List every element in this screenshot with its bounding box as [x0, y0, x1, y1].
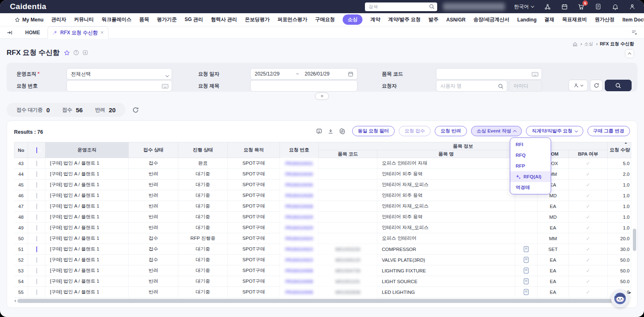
menu-item-발주[interactable]: 발주 [429, 16, 438, 23]
cell-request-no-link[interactable]: PR26010029 [280, 222, 319, 233]
reject-request-button[interactable]: 요청 반려 [435, 126, 466, 136]
info-icon[interactable] [73, 50, 79, 56]
reset-filters-button[interactable] [590, 80, 603, 91]
cell-request-no-link[interactable]: PR26010008 [280, 276, 319, 287]
cell-select[interactable] [28, 255, 45, 265]
manual-icon[interactable] [82, 50, 88, 56]
status-waiting[interactable]: 접수 대기중 0 [17, 106, 50, 114]
table-row[interactable]: 49 [구매] 법인 A / 플랜트 1 반려 대기중 SPOT구매 PR260… [14, 222, 631, 233]
menu-item-평가기준[interactable]: 평가기준 [157, 16, 177, 23]
change-purchase-group-button[interactable]: 구매 그룹 변경 [587, 126, 630, 136]
requester-name-input[interactable]: 사용자 명 [436, 80, 507, 92]
row-checkbox[interactable] [36, 203, 37, 209]
table-row[interactable]: 54 [구매] 법인 A / 플랜트 1 반려 대기중 SPOT구매 PR260… [14, 276, 631, 287]
item-code-input[interactable] [436, 68, 542, 80]
cell-request-no-link[interactable]: PR26010023 [280, 255, 319, 265]
search-icon[interactable] [429, 4, 435, 9]
cell-item-detail[interactable] [515, 233, 537, 244]
menu-item-item-doctor[interactable]: Item Doctor [623, 17, 644, 23]
horizontal-scrollbar[interactable] [14, 299, 631, 303]
col-header-bpa[interactable]: BPA 여부 [569, 150, 608, 158]
table-row[interactable]: 51 [구매] 법인 A / 플랜트 1 접수 대기중 SPOT구매 PR260… [14, 244, 631, 255]
col-header-no[interactable]: No [14, 142, 28, 158]
col-header-request-qty[interactable]: 요청 수량 [608, 142, 631, 158]
request-no-input[interactable] [66, 80, 172, 92]
cell-request-no-link[interactable]: PR26010028 [280, 201, 319, 212]
my-condition-button[interactable] [568, 80, 588, 91]
col-header-receipt-status[interactable]: 접수 상태 [129, 142, 178, 158]
cell-select[interactable] [28, 158, 45, 169]
cell-item-detail[interactable] [515, 265, 537, 276]
row-checkbox[interactable] [36, 193, 37, 199]
dropdown-item-rfq[interactable]: RFQ [510, 150, 551, 161]
col-header-progress-status[interactable]: 진행 상태 [178, 142, 228, 158]
table-row[interactable]: 50 [구매] 법인 A / 플랜트 1 접수 RFP 진행중 SPOT구매 P… [14, 233, 631, 244]
calendar-icon[interactable] [348, 71, 354, 77]
item-detail-doc-icon[interactable] [523, 289, 529, 295]
menu-item-송장-세금계산서[interactable]: 송장/세금계산서 [474, 16, 509, 23]
col-header-org[interactable]: 운영조직 [45, 142, 129, 158]
col-header-item-code[interactable]: 품목 코드 [319, 150, 377, 158]
table-row[interactable]: 47 [구매] 법인 A / 플랜트 1 반려 대기중 SPOT구매 PR260… [14, 201, 631, 212]
dropdown-item-rfi[interactable]: RFI [510, 139, 551, 150]
cell-select[interactable] [28, 212, 45, 222]
row-checkbox[interactable] [36, 161, 37, 166]
dropdown-item-reverse-auction[interactable]: 역경매 [510, 182, 551, 193]
create-sourcing-event-button[interactable]: 소싱 Event 작성 [471, 126, 522, 136]
col-header-request-purpose[interactable]: 요청 목적 [228, 142, 280, 158]
menu-item-온보딩평가[interactable]: 온보딩평가 [245, 16, 270, 23]
item-detail-doc-icon[interactable] [523, 267, 529, 274]
refresh-counters-icon[interactable] [132, 106, 139, 114]
cart-icon[interactable]: 5 [578, 3, 585, 10]
menu-item-목표재료비[interactable]: 목표재료비 [562, 16, 587, 23]
accept-request-button[interactable]: 요청 접수 [399, 126, 431, 136]
language-selector[interactable]: 한국어 [514, 3, 534, 10]
row-checkbox[interactable] [36, 279, 37, 284]
cell-item-detail[interactable] [515, 244, 537, 255]
search-icon[interactable] [498, 83, 504, 89]
table-row[interactable]: 53 [구매] 법인 A / 플랜트 1 반려 대기중 SPOT구매 PR260… [14, 265, 631, 276]
org-select[interactable]: 전체선택 [66, 68, 172, 80]
table-row[interactable]: 48 [구매] 법인 A / 플랜트 1 반려 대기중 SPOT구매 PR260… [14, 212, 631, 222]
cell-select[interactable] [28, 169, 45, 180]
cell-item-detail[interactable] [515, 287, 537, 298]
close-all-tabs-icon[interactable] [631, 29, 637, 35]
table-row[interactable]: 55 [구매] 법인 A / 플랜트 1 반려 대기중 SPOT구매 PR260… [14, 287, 631, 298]
cell-request-no-link[interactable]: PR26010024 [280, 233, 319, 244]
home-icon[interactable] [573, 42, 578, 47]
keyboard-icon[interactable] [162, 84, 168, 89]
cell-select[interactable] [28, 265, 45, 276]
user-icon[interactable] [628, 3, 636, 10]
cell-request-no-link[interactable]: PR26010030 [280, 180, 319, 190]
cell-select[interactable] [28, 190, 45, 201]
favorite-star-icon[interactable] [64, 50, 70, 56]
chatbot-button[interactable] [611, 289, 629, 308]
menu-item-계약-발주-요청[interactable]: 계약/발주 요청 [388, 16, 421, 23]
date-to-value[interactable]: 2026/01/29 [305, 71, 329, 77]
menu-item-소싱-active[interactable]: 소싱 [343, 14, 362, 25]
cell-select[interactable] [28, 222, 45, 233]
row-checkbox[interactable] [36, 182, 37, 188]
cell-request-no-link[interactable]: PR26010008 [280, 287, 319, 298]
col-header-select-all[interactable] [28, 142, 45, 158]
cell-select[interactable] [28, 180, 45, 190]
table-row[interactable]: 52 [구매] 법인 A / 플랜트 1 접수 대기중 SPOT구매 PR260… [14, 255, 631, 265]
grid-scroll-top-icon[interactable] [625, 141, 627, 144]
scroll-left-arrow-icon[interactable] [13, 300, 16, 302]
calendar-icon[interactable] [561, 3, 568, 10]
breadcrumb-level1[interactable]: 소싱 [584, 41, 593, 47]
row-checkbox[interactable] [36, 268, 37, 274]
tab-home[interactable]: HOME [22, 30, 43, 35]
request-title-input[interactable] [250, 80, 358, 92]
cell-request-no-link[interactable]: PR26010030 [280, 169, 319, 180]
expand-sidebar-icon[interactable] [7, 30, 13, 35]
status-rejected[interactable]: 반려 20 [95, 106, 116, 114]
col-header-request-no[interactable]: 요청 번호 [280, 142, 319, 158]
menu-item-my-menu[interactable]: My Menu [14, 17, 43, 23]
cell-item-detail[interactable] [515, 276, 537, 287]
cell-select[interactable] [28, 201, 45, 212]
tab-rfx-request-inbox[interactable]: RFX 요청 수신함 × [47, 26, 109, 39]
cell-request-no-link[interactable]: PR26010031 [280, 158, 319, 169]
tab-close-icon[interactable]: × [101, 30, 104, 35]
row-checkbox[interactable] [36, 257, 37, 263]
